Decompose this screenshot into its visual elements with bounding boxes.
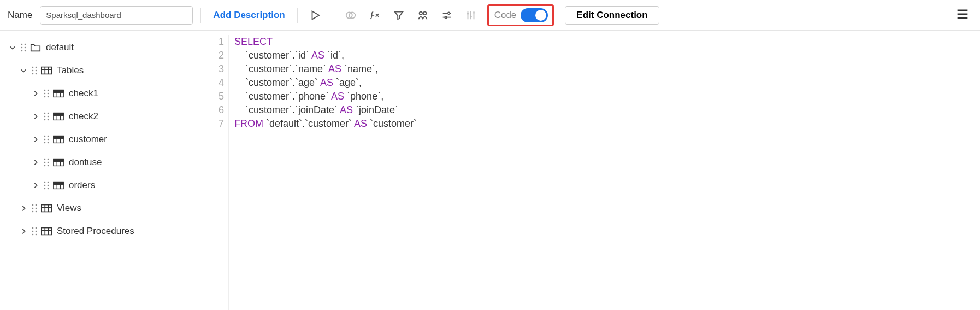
code-line[interactable]: `customer`.`joinDate` AS `joinDate` [234, 103, 417, 117]
svg-point-63 [32, 211, 34, 213]
svg-point-71 [36, 234, 37, 236]
tree-root-default[interactable]: default [0, 36, 209, 59]
line-number: 4 [209, 76, 224, 90]
code-content[interactable]: SELECT `customer`.`id` AS `id`, `custome… [229, 35, 417, 310]
svg-point-67 [36, 227, 37, 229]
join-icon[interactable] [341, 5, 361, 25]
add-description-link[interactable]: Add Description [213, 10, 285, 21]
svg-point-36 [48, 136, 49, 137]
code-line[interactable]: `customer`.`phone` AS `phone`, [234, 90, 417, 103]
svg-point-19 [44, 90, 46, 91]
settings-sliders-icon[interactable] [437, 5, 457, 25]
chevron-right-icon [31, 89, 40, 98]
tree-label: check2 [69, 111, 98, 122]
svg-point-21 [44, 93, 46, 95]
svg-point-43 [44, 159, 46, 160]
svg-point-54 [48, 185, 49, 186]
svg-point-38 [48, 139, 49, 141]
tree-label: Stored Procedures [57, 226, 134, 237]
code-toggle-label: Code [494, 10, 517, 21]
toolbar: Name Add Description Code Edit Connectio… [0, 0, 980, 31]
code-line[interactable]: `customer`.`age` AS `age`, [234, 76, 417, 90]
chevron-right-icon [31, 112, 40, 121]
group-icon[interactable] [413, 5, 433, 25]
schema-tree: default Tables check1 check2 customer [0, 31, 209, 310]
code-line[interactable]: FROM `default`.`customer` AS `customer` [234, 117, 417, 131]
code-toggle-container: Code [487, 4, 554, 26]
tree-label: customer [69, 134, 107, 145]
code-line[interactable]: `customer`.`name` AS `name`, [234, 62, 417, 76]
tree-label: default [46, 42, 74, 53]
tree-label: orders [69, 180, 95, 191]
code-editor[interactable]: 1234567 SELECT `customer`.`id` AS `id`, … [209, 31, 980, 310]
equalizer-icon[interactable] [461, 5, 481, 25]
svg-point-9 [25, 47, 26, 49]
chevron-right-icon [31, 134, 40, 144]
name-input[interactable] [40, 6, 193, 25]
fx-icon[interactable] [365, 5, 385, 25]
svg-point-13 [36, 67, 37, 68]
folder-icon [29, 42, 42, 53]
svg-point-29 [44, 116, 46, 118]
svg-point-37 [44, 139, 46, 141]
tree-table-item[interactable]: check1 [0, 82, 209, 105]
svg-point-51 [44, 182, 46, 183]
chevron-right-icon [19, 226, 28, 236]
svg-point-16 [32, 73, 34, 75]
table-icon [40, 203, 52, 214]
line-number: 7 [209, 117, 224, 131]
table-icon [52, 157, 64, 168]
svg-point-2 [419, 11, 422, 14]
tree-table-item[interactable]: customer [0, 128, 209, 151]
line-number: 2 [209, 49, 224, 62]
svg-point-35 [44, 136, 46, 137]
menu-icon[interactable] [953, 4, 972, 26]
drag-handle-icon [43, 112, 50, 121]
svg-point-66 [32, 227, 34, 229]
tree-node-tables[interactable]: Tables [0, 59, 209, 82]
svg-point-59 [32, 204, 34, 206]
drag-handle-icon [31, 227, 38, 236]
svg-point-3 [423, 11, 427, 14]
separator [297, 8, 298, 23]
svg-point-8 [21, 47, 23, 49]
chevron-right-icon [31, 157, 40, 167]
run-button[interactable] [305, 5, 325, 25]
edit-connection-button[interactable]: Edit Connection [565, 6, 659, 25]
tree-node-views[interactable]: Views [0, 197, 209, 220]
drag-handle-icon [43, 89, 50, 98]
tree-node-stored-procedures[interactable]: Stored Procedures [0, 220, 209, 243]
table-icon [40, 65, 52, 76]
svg-point-7 [25, 44, 26, 45]
code-line[interactable]: SELECT [234, 35, 417, 49]
svg-point-60 [36, 204, 37, 206]
line-gutter: 1234567 [209, 35, 229, 310]
svg-rect-58 [54, 182, 63, 185]
tree-table-item[interactable]: orders [0, 174, 209, 197]
drag-handle-icon [20, 43, 27, 52]
tree-table-item[interactable]: dontuse [0, 151, 209, 174]
tree-table-item[interactable]: check2 [0, 105, 209, 128]
svg-point-32 [48, 119, 49, 121]
svg-point-28 [48, 113, 49, 114]
svg-point-69 [36, 231, 37, 232]
chevron-down-icon [19, 66, 28, 75]
svg-point-17 [36, 73, 37, 75]
svg-point-62 [36, 208, 37, 209]
svg-point-4 [447, 12, 450, 14]
svg-point-20 [48, 90, 49, 91]
svg-point-10 [21, 50, 23, 52]
filter-icon[interactable] [389, 5, 409, 25]
svg-point-55 [44, 188, 46, 190]
tree-label: dontuse [69, 157, 102, 168]
chevron-right-icon [31, 180, 40, 190]
svg-point-15 [36, 70, 37, 72]
code-toggle[interactable] [521, 8, 548, 22]
svg-point-12 [32, 67, 34, 68]
svg-point-24 [48, 96, 49, 98]
svg-point-22 [48, 93, 49, 95]
code-line[interactable]: `customer`.`id` AS `id`, [234, 49, 417, 62]
svg-point-27 [44, 113, 46, 114]
svg-point-11 [25, 50, 26, 52]
line-number: 5 [209, 90, 224, 103]
